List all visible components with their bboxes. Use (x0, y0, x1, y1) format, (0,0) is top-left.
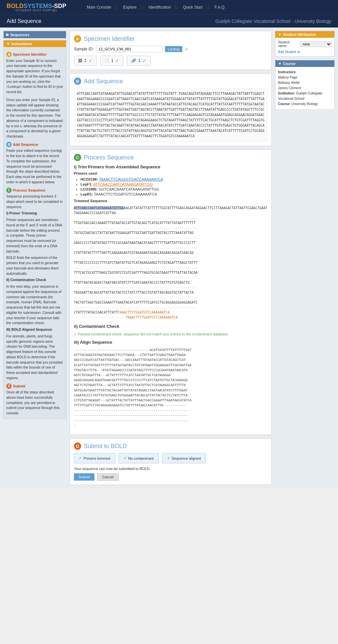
doc-count: 1 (111, 58, 114, 63)
logo: BOLDSYSTEMS-SDP STUDENT DATA PORT@L (7, 3, 66, 12)
sequence-aligned-label: Sequence aligned (172, 456, 201, 460)
primer-lepf-seq: ATTCAACCAATCATAAAGATATTGG (93, 182, 153, 186)
add-seq-circle-b: B (74, 78, 81, 85)
triangle-down-icon-student: ▼ (278, 32, 282, 36)
dash-6: ----------------------------------------… (74, 266, 197, 269)
sidebar-section-c-text: Sequence processing involves 3 steps whi… (6, 194, 63, 209)
nav-faq[interactable]: F.A.Q. (210, 5, 229, 10)
sidebar-section-a-title: A Specimen Identifier (6, 52, 63, 57)
right-sidebar: ▼ Student Attribution Student name: none… (275, 31, 335, 485)
sidebar-c-bold-text: BOLD finds the sequences of the primers … (6, 255, 63, 276)
trim-body-2: TTGGTGACGACCAAAATTTATAATACCATTGTACAGCTCA… (74, 221, 196, 225)
course-name-label: Course: (278, 102, 291, 106)
circle-d-icon: D (6, 383, 12, 389)
sidebar-sequences-label: Sequences (10, 33, 29, 37)
process-seq-circle-c: C (74, 154, 81, 161)
image-icon: 🖼 (78, 58, 82, 63)
dash-5: ----------------------------------------… (74, 256, 197, 260)
primers-list: HCO2198: TAAACTTCAGGGTGACCAAAAAATCA LepF… (74, 177, 267, 196)
nav-main-console[interactable]: Main Console (83, 5, 115, 10)
no-contaminant-badge: ✓ No contaminant (119, 453, 159, 463)
submit-section: D Submit to BOLD ✓ Primers trimmed ✓ No … (70, 438, 272, 485)
top-navigation: BOLDSYSTEMS-SDP STUDENT DATA PORT@L Main… (0, 0, 338, 15)
sample-id-label: Sample ID: (74, 47, 93, 51)
dash-11: -------------------------- (74, 316, 126, 319)
dash-9: ----------------------------------------… (74, 296, 197, 299)
dash-1: ----------------------------------------… (74, 216, 197, 220)
trim-body-6: TTTACCCCCCCCCTTTCATCTAATATTGCTCATAGAGGAA… (74, 261, 197, 264)
submit-title: Submit to BOLD (84, 443, 127, 450)
doc-badge: 📄 1 ✓ (100, 56, 124, 66)
dash-2: ----------------------------------------… (74, 226, 197, 230)
trimmed-seq-label: Trimmed Sequence (74, 199, 267, 203)
image-count: 2 (84, 58, 86, 63)
nav-identification[interactable]: Identification (144, 5, 175, 10)
student-name-select[interactable]: none (300, 41, 332, 47)
submit-section-title: D Submit to BOLD (74, 442, 267, 450)
sidebar-section-b-text: Paste your edited sequence (contig) in t… (6, 148, 63, 185)
specimen-identifier-section: A Specimen Identifier Sample ID: Lookup … (70, 31, 272, 70)
dash-7: ----------------------------------------… (74, 276, 197, 279)
dash-10: ----------------------------------------… (74, 306, 197, 309)
specimen-circle-a: A (74, 35, 81, 42)
student-name-label: Student name: (278, 40, 299, 48)
course-header[interactable]: ▼ Course (275, 60, 334, 67)
instructor-3: James Clement (278, 86, 301, 90)
lookup-button[interactable]: Lookup (165, 46, 182, 52)
student-attribution-header[interactable]: ▼ Student Attribution (275, 31, 334, 38)
triangle-icon: ▶ (6, 32, 9, 37)
instructor-2: Bethany Webb (278, 81, 300, 85)
logo-subtitle: STUDENT DATA PORT@L (7, 9, 66, 12)
left-sidebar: ▶ Sequences ▼ Instructions A Specimen Id… (3, 31, 66, 485)
nav-quickstart[interactable]: Quick Start (179, 5, 207, 10)
primer-lco-name: LCO1490: (81, 187, 97, 191)
sidebar-section-d-text: Once all of the steps described above ha… (6, 390, 63, 416)
primer-lco: LCO1490: GGTCAACAAATCATAAAGATATTGG (81, 187, 267, 191)
primer-lepr: LepR1: TAAACTTCTGGATGTCCAAAAAATCA (81, 192, 267, 196)
sidebar-sequences-section: ▶ Sequences (3, 31, 66, 38)
course-label: Course (283, 62, 296, 66)
sidebar-c-contam-text: In the next step, your sequence is compa… (6, 284, 63, 326)
sidebar-instructions-header[interactable]: ▼ Instructions (4, 40, 66, 47)
add-sequence-section: B Add Sequence ATTCAACCAATCATAAAGATATTGG… (70, 73, 272, 146)
no-contaminant-check: ✓ (124, 456, 127, 460)
school-title: Guelph Collegiate Vocational School - Un… (215, 19, 331, 24)
instructors-label: Instructors: (278, 70, 297, 74)
primer-lepr-name: LepR1: (81, 192, 93, 196)
course-name-value: University Biology (292, 102, 318, 106)
sidebar-section-a-text: Enter your Sample ID to connect your bar… (6, 58, 63, 95)
sidebar-sequences-header[interactable]: ▶ Sequences (4, 31, 66, 38)
check-icon: ✓ (185, 46, 189, 52)
primer-hco-seq: TAAACTTCAGGGTGACCAAAAAATCA (99, 177, 163, 181)
primers-used-label: Primers used (74, 171, 267, 175)
center-content: A Specimen Identifier Sample ID: Lookup … (70, 31, 272, 485)
trim-highlight-end: TAAACTTCTGGATGTCCAAAAAATCA (118, 311, 170, 314)
sidebar-section-a-text2: Once you enter your Sample ID, a status … (6, 97, 63, 139)
logo-bold: BOLD (7, 3, 24, 9)
submit-message: Your sequence can now be submitted to BO… (74, 467, 267, 471)
doc-icon: 📄 (104, 58, 109, 63)
institution-label: Institution: (278, 91, 295, 95)
submit-button[interactable]: Submit (74, 473, 94, 481)
main-layout: ▶ Sequences ▼ Instructions A Specimen Id… (0, 28, 338, 488)
logo-sdp: -SDP (52, 3, 66, 9)
circle-c-icon: C (6, 188, 12, 193)
trim-primers-subtitle: i) Trim Primers from Assembled Sequence (74, 164, 267, 169)
primer-lepf: LepF1: ATTCAACCAATCATAAAGATATTGG (81, 182, 267, 186)
cancel-button[interactable]: Cancel (97, 473, 118, 481)
course-info: Instructors: Mallory Page Bethany Webb J… (278, 70, 332, 107)
course-section: ▼ Course Instructors: Mallory Page Betha… (275, 60, 335, 110)
primer-hco-name: HCO2198: (81, 177, 98, 181)
sidebar-section-d-title: D Submit (6, 383, 63, 389)
sidebar-section-b-title: B Add Sequence (6, 142, 63, 147)
add-student-link[interactable]: Add Student ⊕ (278, 50, 300, 54)
sidebar-section-c-title: C Process Sequence (6, 188, 63, 193)
student-name-row: Student name: none (278, 40, 332, 48)
primers-trimmed-badge: ✓ Primers trimmed (74, 453, 115, 463)
sample-id-input[interactable] (96, 46, 162, 52)
dash-4: ----------------------------------------… (74, 246, 197, 250)
student-attribution-content: Student name: none Add Student ⊕ (275, 38, 334, 56)
primer-lepf-name: LepF1: (81, 182, 92, 186)
page-title: Add Sequence (7, 18, 41, 24)
nav-explore[interactable]: Explore (119, 5, 141, 10)
